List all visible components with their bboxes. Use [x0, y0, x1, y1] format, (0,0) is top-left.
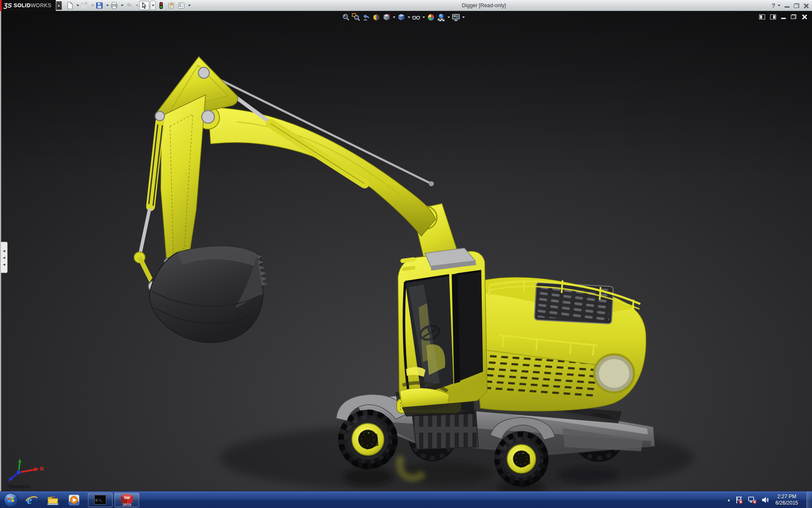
- view-orientation-icon: [382, 13, 391, 22]
- undo-button[interactable]: [124, 1, 134, 10]
- feature-manager-collapsed-tab[interactable]: ◀ ◀ ◀: [1, 242, 8, 273]
- start-button[interactable]: [3, 492, 19, 508]
- taskbar-command-prompt[interactable]: C:\_: [88, 493, 112, 507]
- zoom-to-area-button[interactable]: [352, 13, 360, 22]
- doc-minimize-button[interactable]: [781, 18, 786, 19]
- view-orientation-caret[interactable]: [393, 17, 395, 18]
- open-button[interactable]: [80, 1, 89, 10]
- solidworks-logo: ƷS SOLIDWORKS: [0, 0, 56, 11]
- menu-expand-button[interactable]: ▸: [56, 1, 62, 10]
- taskbar-clock[interactable]: 2:27 PM 6/26/2015: [776, 494, 798, 506]
- view-settings-icon: [452, 13, 460, 22]
- file-properties-button[interactable]: [167, 1, 176, 10]
- edit-appearance-icon: [427, 13, 435, 22]
- wheel-rear-right: [494, 431, 549, 487]
- view-orientation-label: *Dimetric: [7, 483, 31, 490]
- volume-icon[interactable]: [761, 496, 770, 504]
- options-dropdown-caret[interactable]: [188, 5, 191, 6]
- windows-taskbar: e C:\_: [0, 491, 812, 508]
- file-properties-icon: [167, 2, 175, 9]
- file-explorer-icon: [47, 494, 59, 506]
- minimize-button[interactable]: [785, 6, 790, 8]
- clock-date: 6/26/2015: [776, 500, 798, 506]
- engine-grille: [535, 282, 613, 323]
- show-desktop-button[interactable]: [807, 491, 812, 508]
- restore-button[interactable]: [794, 3, 799, 8]
- undo-dropdown-caret[interactable]: [136, 5, 138, 6]
- apply-scene-caret[interactable]: [447, 17, 450, 18]
- command-prompt-text: C:\_: [95, 498, 103, 502]
- options-icon: [178, 2, 185, 9]
- edit-appearance-button[interactable]: [427, 13, 435, 22]
- print-dropdown-caret[interactable]: [121, 5, 123, 6]
- zoom-to-fit-icon: [342, 13, 350, 22]
- taskbar-solidworks-2015[interactable]: SW 2015: [115, 493, 139, 507]
- select-button[interactable]: [139, 1, 149, 10]
- new-dropdown-caret[interactable]: [77, 5, 79, 6]
- brand-text-light: WORKS: [30, 3, 51, 8]
- taskbar-file-explorer[interactable]: [46, 493, 60, 507]
- rebuild-traffic-light-icon: [157, 2, 165, 9]
- display-style-caret[interactable]: [408, 17, 410, 18]
- options-button[interactable]: [177, 1, 186, 10]
- title-bar: ƷS SOLIDWORKS ▸: [0, 0, 812, 11]
- undo-icon: [125, 2, 133, 9]
- graphics-viewport[interactable]: ◀ ◀ ◀ *Dimetric: [0, 11, 812, 491]
- document-window-controls: [759, 14, 807, 19]
- taskbar-internet-explorer[interactable]: e: [25, 493, 39, 507]
- clock-time: 2:27 PM: [776, 494, 798, 500]
- save-button[interactable]: [95, 1, 104, 10]
- show-right-pane-button[interactable]: [770, 14, 776, 19]
- open-dropdown-caret[interactable]: [91, 5, 94, 6]
- save-floppy-icon: [96, 2, 103, 9]
- section-view-button[interactable]: [372, 13, 381, 22]
- new-document-icon: [66, 2, 74, 9]
- section-view-icon: [372, 13, 381, 22]
- svg-text:SW: SW: [124, 496, 130, 500]
- collapse-arrow-icon: ◀: [3, 256, 5, 259]
- zoom-to-area-icon: [352, 13, 360, 22]
- view-settings-button[interactable]: [452, 13, 465, 22]
- hide-show-items-button[interactable]: [412, 13, 425, 22]
- previous-view-icon: [362, 13, 370, 22]
- view-settings-caret[interactable]: [462, 17, 465, 18]
- window-title: Digger [Read-only]: [462, 0, 506, 11]
- headsup-view-toolbar: [342, 13, 465, 22]
- open-folder-icon: [81, 2, 88, 9]
- cab: [398, 248, 487, 417]
- apply-scene-button[interactable]: [437, 13, 450, 22]
- rear-oval-panel: [594, 354, 634, 392]
- zoom-to-fit-button[interactable]: [342, 13, 350, 22]
- internet-explorer-icon: e: [25, 494, 38, 506]
- print-button[interactable]: [110, 1, 119, 10]
- display-style-icon: [397, 13, 406, 22]
- doc-restore-button[interactable]: [791, 14, 796, 19]
- system-tray: ▲ 2:27 PM 6/26/2015: [727, 491, 812, 508]
- collapse-arrow-icon: ◀: [3, 249, 5, 252]
- taskbar-media-player[interactable]: [67, 493, 81, 507]
- show-hidden-icons-button[interactable]: ▲: [727, 498, 731, 502]
- command-prompt-icon: C:\_: [94, 495, 106, 505]
- solidworks-window: ƷS SOLIDWORKS ▸: [0, 0, 812, 508]
- hide-show-items-caret[interactable]: [422, 17, 425, 18]
- help-button[interactable]: ?: [771, 2, 775, 9]
- help-dropdown-caret[interactable]: [778, 5, 780, 6]
- close-button[interactable]: [804, 3, 809, 8]
- select-dropdown[interactable]: [150, 1, 156, 10]
- show-left-pane-button[interactable]: [759, 14, 765, 19]
- action-center-flag-icon[interactable]: [735, 496, 743, 504]
- display-style-button[interactable]: [397, 13, 410, 22]
- standard-toolbar: [65, 1, 191, 10]
- rebuild-button[interactable]: [156, 1, 166, 10]
- network-disconnected-icon[interactable]: [748, 496, 757, 504]
- solidworks-logo-icon: ƷS: [3, 2, 13, 9]
- new-document-button[interactable]: [65, 1, 74, 10]
- 3d-scene[interactable]: [0, 11, 812, 491]
- doc-close-button[interactable]: [801, 14, 807, 19]
- apply-scene-icon: [437, 13, 445, 22]
- save-dropdown-caret[interactable]: [106, 5, 109, 6]
- svg-text:e: e: [27, 494, 32, 506]
- previous-view-button[interactable]: [362, 13, 370, 22]
- view-orientation-button[interactable]: [382, 13, 395, 22]
- windows-media-player-icon: [68, 494, 80, 506]
